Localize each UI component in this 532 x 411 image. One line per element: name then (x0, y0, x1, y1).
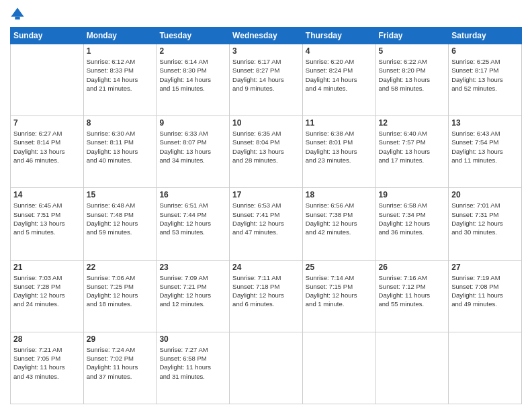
calendar-cell: 24Sunrise: 7:11 AM Sunset: 7:18 PM Dayli… (230, 260, 303, 332)
day-number: 9 (159, 118, 226, 128)
header (10, 7, 522, 21)
calendar-cell: 21Sunrise: 7:03 AM Sunset: 7:28 PM Dayli… (11, 260, 84, 332)
calendar-cell: 7Sunrise: 6:27 AM Sunset: 8:14 PM Daylig… (11, 116, 84, 188)
svg-rect-1 (15, 17, 19, 19)
day-info: Sunrise: 6:33 AM Sunset: 8:07 PM Dayligh… (159, 129, 226, 165)
day-info: Sunrise: 6:58 AM Sunset: 7:34 PM Dayligh… (379, 201, 446, 236)
day-info: Sunrise: 6:40 AM Sunset: 7:57 PM Dayligh… (379, 129, 446, 165)
day-info: Sunrise: 7:11 AM Sunset: 7:18 PM Dayligh… (232, 273, 300, 309)
calendar-cell: 26Sunrise: 7:16 AM Sunset: 7:12 PM Dayli… (375, 260, 449, 332)
day-info: Sunrise: 7:01 AM Sunset: 7:31 PM Dayligh… (451, 201, 519, 236)
week-row-2: 14Sunrise: 6:45 AM Sunset: 7:51 PM Dayli… (11, 188, 522, 260)
day-info: Sunrise: 7:27 AM Sunset: 6:58 PM Dayligh… (159, 345, 226, 381)
day-header-monday: Monday (83, 28, 157, 44)
calendar-cell (11, 44, 84, 116)
calendar-cell: 19Sunrise: 6:58 AM Sunset: 7:34 PM Dayli… (375, 188, 449, 260)
day-header-friday: Friday (375, 28, 449, 44)
day-number: 6 (451, 46, 519, 56)
day-number: 4 (306, 46, 373, 56)
day-number: 21 (13, 263, 81, 272)
calendar-cell: 8Sunrise: 6:30 AM Sunset: 8:11 PM Daylig… (83, 116, 157, 188)
week-row-3: 21Sunrise: 7:03 AM Sunset: 7:28 PM Dayli… (11, 260, 522, 332)
calendar-cell: 5Sunrise: 6:22 AM Sunset: 8:20 PM Daylig… (375, 44, 449, 116)
calendar-cell: 15Sunrise: 6:48 AM Sunset: 7:48 PM Dayli… (83, 188, 157, 260)
calendar-table: SundayMondayTuesdayWednesdayThursdayFrid… (10, 27, 522, 404)
day-info: Sunrise: 7:03 AM Sunset: 7:28 PM Dayligh… (13, 273, 81, 309)
calendar-cell: 22Sunrise: 7:06 AM Sunset: 7:25 PM Dayli… (83, 260, 157, 332)
day-info: Sunrise: 6:20 AM Sunset: 8:24 PM Dayligh… (306, 57, 373, 93)
day-header-thursday: Thursday (302, 28, 375, 44)
logo-icon (10, 7, 25, 21)
logo (10, 7, 26, 21)
calendar-cell: 6Sunrise: 6:25 AM Sunset: 8:17 PM Daylig… (449, 44, 522, 116)
day-number: 26 (379, 263, 446, 272)
day-number: 25 (306, 263, 373, 272)
calendar-cell: 30Sunrise: 7:27 AM Sunset: 6:58 PM Dayli… (157, 332, 230, 404)
day-info: Sunrise: 6:25 AM Sunset: 8:17 PM Dayligh… (451, 57, 519, 93)
day-info: Sunrise: 6:17 AM Sunset: 8:27 PM Dayligh… (232, 57, 300, 93)
day-info: Sunrise: 7:24 AM Sunset: 7:02 PM Dayligh… (87, 345, 154, 381)
day-info: Sunrise: 7:16 AM Sunset: 7:12 PM Dayligh… (379, 273, 446, 309)
day-number: 27 (451, 263, 519, 272)
day-number: 10 (232, 118, 300, 128)
calendar-cell: 14Sunrise: 6:45 AM Sunset: 7:51 PM Dayli… (11, 188, 84, 260)
calendar-cell: 18Sunrise: 6:56 AM Sunset: 7:38 PM Dayli… (302, 188, 375, 260)
day-number: 7 (13, 118, 81, 128)
day-number: 20 (451, 190, 519, 199)
day-info: Sunrise: 6:22 AM Sunset: 8:20 PM Dayligh… (379, 57, 446, 93)
day-number: 11 (306, 118, 373, 128)
calendar-cell: 11Sunrise: 6:38 AM Sunset: 8:01 PM Dayli… (302, 116, 375, 188)
day-header-tuesday: Tuesday (157, 28, 230, 44)
day-info: Sunrise: 6:51 AM Sunset: 7:44 PM Dayligh… (159, 201, 226, 236)
day-info: Sunrise: 6:43 AM Sunset: 7:54 PM Dayligh… (451, 129, 519, 165)
week-row-4: 28Sunrise: 7:21 AM Sunset: 7:05 PM Dayli… (11, 332, 522, 404)
day-number: 1 (87, 46, 154, 56)
calendar-cell: 12Sunrise: 6:40 AM Sunset: 7:57 PM Dayli… (375, 116, 449, 188)
day-info: Sunrise: 6:27 AM Sunset: 8:14 PM Dayligh… (13, 129, 81, 165)
day-number: 3 (232, 46, 300, 56)
day-info: Sunrise: 7:19 AM Sunset: 7:08 PM Dayligh… (451, 273, 519, 309)
day-number: 28 (13, 334, 81, 344)
day-info: Sunrise: 6:12 AM Sunset: 8:33 PM Dayligh… (87, 57, 154, 93)
day-info: Sunrise: 6:38 AM Sunset: 8:01 PM Dayligh… (306, 129, 373, 165)
svg-marker-0 (11, 7, 24, 16)
day-info: Sunrise: 6:48 AM Sunset: 7:48 PM Dayligh… (87, 201, 154, 236)
day-number: 14 (13, 190, 81, 199)
calendar-cell: 20Sunrise: 7:01 AM Sunset: 7:31 PM Dayli… (449, 188, 522, 260)
day-info: Sunrise: 7:14 AM Sunset: 7:15 PM Dayligh… (306, 273, 373, 309)
day-info: Sunrise: 7:21 AM Sunset: 7:05 PM Dayligh… (13, 345, 81, 381)
day-header-sunday: Sunday (11, 28, 84, 44)
calendar-cell: 13Sunrise: 6:43 AM Sunset: 7:54 PM Dayli… (449, 116, 522, 188)
day-number: 22 (87, 263, 154, 272)
calendar-cell: 28Sunrise: 7:21 AM Sunset: 7:05 PM Dayli… (11, 332, 84, 404)
calendar-cell: 29Sunrise: 7:24 AM Sunset: 7:02 PM Dayli… (83, 332, 157, 404)
calendar-cell: 1Sunrise: 6:12 AM Sunset: 8:33 PM Daylig… (83, 44, 157, 116)
calendar-cell (230, 332, 303, 404)
day-info: Sunrise: 7:06 AM Sunset: 7:25 PM Dayligh… (87, 273, 154, 309)
calendar-cell (449, 332, 522, 404)
calendar-cell: 25Sunrise: 7:14 AM Sunset: 7:15 PM Dayli… (302, 260, 375, 332)
calendar-cell: 27Sunrise: 7:19 AM Sunset: 7:08 PM Dayli… (449, 260, 522, 332)
day-info: Sunrise: 6:56 AM Sunset: 7:38 PM Dayligh… (306, 201, 373, 236)
calendar-cell: 17Sunrise: 6:53 AM Sunset: 7:41 PM Dayli… (230, 188, 303, 260)
day-info: Sunrise: 7:09 AM Sunset: 7:21 PM Dayligh… (159, 273, 226, 309)
day-number: 24 (232, 263, 300, 272)
day-number: 8 (87, 118, 154, 128)
day-info: Sunrise: 6:14 AM Sunset: 8:30 PM Dayligh… (159, 57, 226, 93)
calendar-header-row: SundayMondayTuesdayWednesdayThursdayFrid… (11, 28, 522, 44)
day-number: 30 (159, 334, 226, 344)
day-number: 19 (379, 190, 446, 199)
week-row-0: 1Sunrise: 6:12 AM Sunset: 8:33 PM Daylig… (11, 44, 522, 116)
calendar-cell: 3Sunrise: 6:17 AM Sunset: 8:27 PM Daylig… (230, 44, 303, 116)
calendar-cell: 2Sunrise: 6:14 AM Sunset: 8:30 PM Daylig… (157, 44, 230, 116)
day-number: 12 (379, 118, 446, 128)
week-row-1: 7Sunrise: 6:27 AM Sunset: 8:14 PM Daylig… (11, 116, 522, 188)
day-number: 29 (87, 334, 154, 344)
calendar-cell: 23Sunrise: 7:09 AM Sunset: 7:21 PM Dayli… (157, 260, 230, 332)
day-number: 2 (159, 46, 226, 56)
day-number: 16 (159, 190, 226, 199)
day-number: 13 (451, 118, 519, 128)
day-info: Sunrise: 6:45 AM Sunset: 7:51 PM Dayligh… (13, 201, 81, 236)
day-header-saturday: Saturday (449, 28, 522, 44)
calendar-cell: 16Sunrise: 6:51 AM Sunset: 7:44 PM Dayli… (157, 188, 230, 260)
